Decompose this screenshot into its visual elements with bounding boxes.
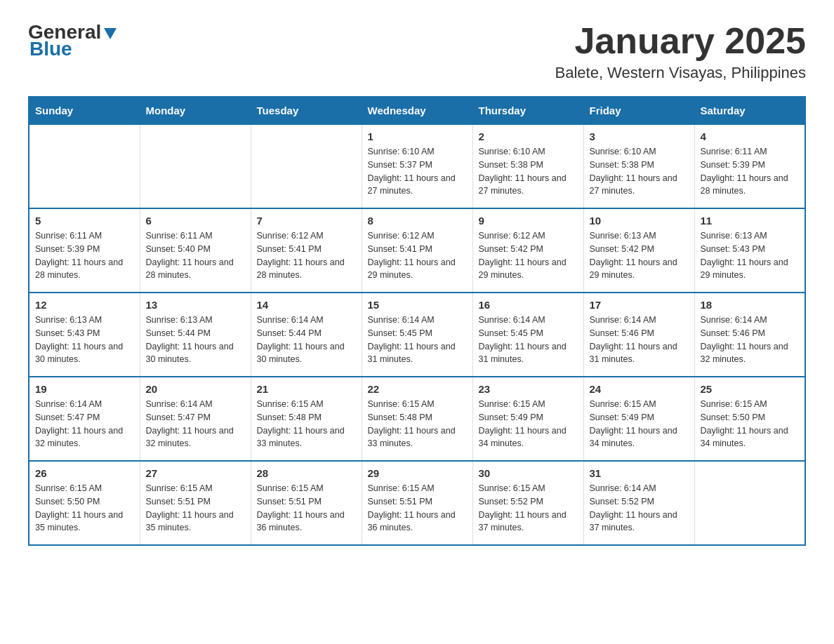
calendar-week-row: 1Sunrise: 6:10 AMSunset: 5:37 PMDaylight… — [29, 124, 805, 208]
calendar-cell: 14Sunrise: 6:14 AMSunset: 5:44 PMDayligh… — [251, 293, 362, 377]
days-of-week-row: Sunday Monday Tuesday Wednesday Thursday… — [29, 97, 805, 124]
svg-marker-0 — [104, 28, 117, 39]
day-number: 22 — [368, 383, 467, 395]
day-number: 20 — [146, 383, 245, 395]
day-number: 15 — [368, 299, 467, 311]
sun-info: Sunrise: 6:15 AMSunset: 5:49 PMDaylight:… — [479, 398, 578, 450]
sun-info: Sunrise: 6:10 AMSunset: 5:37 PMDaylight:… — [368, 145, 467, 198]
sun-info: Sunrise: 6:15 AMSunset: 5:48 PMDaylight:… — [257, 398, 356, 450]
calendar-cell: 12Sunrise: 6:13 AMSunset: 5:43 PMDayligh… — [29, 293, 140, 377]
sun-info: Sunrise: 6:15 AMSunset: 5:49 PMDaylight:… — [590, 398, 689, 450]
month-title: January 2025 — [555, 21, 807, 61]
calendar-cell: 16Sunrise: 6:14 AMSunset: 5:45 PMDayligh… — [472, 293, 583, 377]
day-number: 26 — [35, 467, 134, 479]
day-number: 17 — [590, 299, 689, 311]
location-title: Balete, Western Visayas, Philippines — [555, 64, 807, 82]
calendar-cell — [140, 124, 251, 208]
header-friday: Friday — [583, 97, 694, 124]
calendar-cell: 7Sunrise: 6:12 AMSunset: 5:41 PMDaylight… — [251, 208, 362, 293]
day-number: 2 — [479, 130, 578, 142]
sun-info: Sunrise: 6:14 AMSunset: 5:45 PMDaylight:… — [368, 314, 467, 366]
calendar-week-row: 26Sunrise: 6:15 AMSunset: 5:50 PMDayligh… — [29, 461, 805, 545]
calendar-header: Sunday Monday Tuesday Wednesday Thursday… — [29, 97, 805, 124]
sun-info: Sunrise: 6:15 AMSunset: 5:51 PMDaylight:… — [146, 482, 245, 535]
sun-info: Sunrise: 6:14 AMSunset: 5:46 PMDaylight:… — [701, 314, 800, 366]
calendar-cell: 21Sunrise: 6:15 AMSunset: 5:48 PMDayligh… — [251, 377, 362, 461]
calendar-cell: 24Sunrise: 6:15 AMSunset: 5:49 PMDayligh… — [583, 377, 694, 461]
calendar-cell: 25Sunrise: 6:15 AMSunset: 5:50 PMDayligh… — [694, 377, 805, 461]
calendar-cell: 28Sunrise: 6:15 AMSunset: 5:51 PMDayligh… — [251, 461, 362, 545]
sun-info: Sunrise: 6:13 AMSunset: 5:42 PMDaylight:… — [590, 229, 689, 282]
title-section: January 2025 Balete, Western Visayas, Ph… — [555, 21, 807, 82]
calendar-cell: 26Sunrise: 6:15 AMSunset: 5:50 PMDayligh… — [29, 461, 140, 545]
calendar-cell: 5Sunrise: 6:11 AMSunset: 5:39 PMDaylight… — [29, 208, 140, 293]
calendar-week-row: 12Sunrise: 6:13 AMSunset: 5:43 PMDayligh… — [29, 293, 805, 377]
sun-info: Sunrise: 6:15 AMSunset: 5:52 PMDaylight:… — [479, 482, 578, 535]
calendar-cell: 11Sunrise: 6:13 AMSunset: 5:43 PMDayligh… — [694, 208, 805, 293]
sun-info: Sunrise: 6:12 AMSunset: 5:42 PMDaylight:… — [479, 229, 578, 282]
day-number: 18 — [701, 299, 800, 311]
calendar-table: Sunday Monday Tuesday Wednesday Thursday… — [28, 96, 806, 546]
sun-info: Sunrise: 6:13 AMSunset: 5:43 PMDaylight:… — [701, 229, 800, 282]
sun-info: Sunrise: 6:14 AMSunset: 5:52 PMDaylight:… — [590, 482, 689, 535]
calendar-cell: 23Sunrise: 6:15 AMSunset: 5:49 PMDayligh… — [472, 377, 583, 461]
calendar-cell: 30Sunrise: 6:15 AMSunset: 5:52 PMDayligh… — [472, 461, 583, 545]
sun-info: Sunrise: 6:14 AMSunset: 5:47 PMDaylight:… — [35, 398, 134, 450]
day-number: 4 — [701, 130, 800, 142]
calendar-cell: 20Sunrise: 6:14 AMSunset: 5:47 PMDayligh… — [140, 377, 251, 461]
logo-triangle-icon — [102, 25, 118, 41]
sun-info: Sunrise: 6:10 AMSunset: 5:38 PMDaylight:… — [479, 145, 578, 198]
sun-info: Sunrise: 6:14 AMSunset: 5:47 PMDaylight:… — [146, 398, 245, 450]
sun-info: Sunrise: 6:11 AMSunset: 5:39 PMDaylight:… — [701, 145, 800, 198]
calendar-cell: 1Sunrise: 6:10 AMSunset: 5:37 PMDaylight… — [362, 124, 472, 208]
sun-info: Sunrise: 6:15 AMSunset: 5:48 PMDaylight:… — [368, 398, 467, 450]
sun-info: Sunrise: 6:15 AMSunset: 5:50 PMDaylight:… — [35, 482, 134, 535]
day-number: 8 — [368, 215, 467, 227]
day-number: 6 — [146, 215, 245, 227]
calendar-body: 1Sunrise: 6:10 AMSunset: 5:37 PMDaylight… — [29, 124, 805, 545]
sun-info: Sunrise: 6:11 AMSunset: 5:40 PMDaylight:… — [146, 229, 245, 282]
logo-blue: Blue — [29, 38, 72, 60]
day-number: 21 — [257, 383, 356, 395]
sun-info: Sunrise: 6:15 AMSunset: 5:51 PMDaylight:… — [368, 482, 467, 535]
logo: General Blue — [28, 21, 118, 60]
day-number: 28 — [257, 467, 356, 479]
header-wednesday: Wednesday — [362, 97, 472, 124]
day-number: 24 — [590, 383, 689, 395]
day-number: 29 — [368, 467, 467, 479]
sun-info: Sunrise: 6:15 AMSunset: 5:51 PMDaylight:… — [257, 482, 356, 535]
day-number: 7 — [257, 215, 356, 227]
calendar-cell: 2Sunrise: 6:10 AMSunset: 5:38 PMDaylight… — [472, 124, 583, 208]
day-number: 9 — [479, 215, 578, 227]
day-number: 13 — [146, 299, 245, 311]
day-number: 12 — [35, 299, 134, 311]
header-monday: Monday — [140, 97, 251, 124]
calendar-week-row: 5Sunrise: 6:11 AMSunset: 5:39 PMDaylight… — [29, 208, 805, 293]
sun-info: Sunrise: 6:14 AMSunset: 5:46 PMDaylight:… — [590, 314, 689, 366]
day-number: 25 — [701, 383, 800, 395]
day-number: 16 — [479, 299, 578, 311]
sun-info: Sunrise: 6:14 AMSunset: 5:45 PMDaylight:… — [479, 314, 578, 366]
sun-info: Sunrise: 6:14 AMSunset: 5:44 PMDaylight:… — [257, 314, 356, 366]
day-number: 1 — [368, 130, 467, 142]
header-sunday: Sunday — [29, 97, 140, 124]
calendar-cell: 22Sunrise: 6:15 AMSunset: 5:48 PMDayligh… — [362, 377, 472, 461]
day-number: 11 — [701, 215, 800, 227]
sun-info: Sunrise: 6:12 AMSunset: 5:41 PMDaylight:… — [368, 229, 467, 282]
day-number: 23 — [479, 383, 578, 395]
day-number: 30 — [479, 467, 578, 479]
calendar-cell: 6Sunrise: 6:11 AMSunset: 5:40 PMDaylight… — [140, 208, 251, 293]
calendar-cell — [29, 124, 140, 208]
calendar-cell: 8Sunrise: 6:12 AMSunset: 5:41 PMDaylight… — [362, 208, 472, 293]
calendar-cell: 13Sunrise: 6:13 AMSunset: 5:44 PMDayligh… — [140, 293, 251, 377]
sun-info: Sunrise: 6:13 AMSunset: 5:43 PMDaylight:… — [35, 314, 134, 366]
sun-info: Sunrise: 6:12 AMSunset: 5:41 PMDaylight:… — [257, 229, 356, 282]
calendar-cell: 27Sunrise: 6:15 AMSunset: 5:51 PMDayligh… — [140, 461, 251, 545]
calendar-cell: 3Sunrise: 6:10 AMSunset: 5:38 PMDaylight… — [583, 124, 694, 208]
day-number: 14 — [257, 299, 356, 311]
calendar-cell: 15Sunrise: 6:14 AMSunset: 5:45 PMDayligh… — [362, 293, 472, 377]
calendar-cell: 18Sunrise: 6:14 AMSunset: 5:46 PMDayligh… — [694, 293, 805, 377]
calendar-cell: 31Sunrise: 6:14 AMSunset: 5:52 PMDayligh… — [583, 461, 694, 545]
sun-info: Sunrise: 6:15 AMSunset: 5:50 PMDaylight:… — [701, 398, 800, 450]
day-number: 27 — [146, 467, 245, 479]
